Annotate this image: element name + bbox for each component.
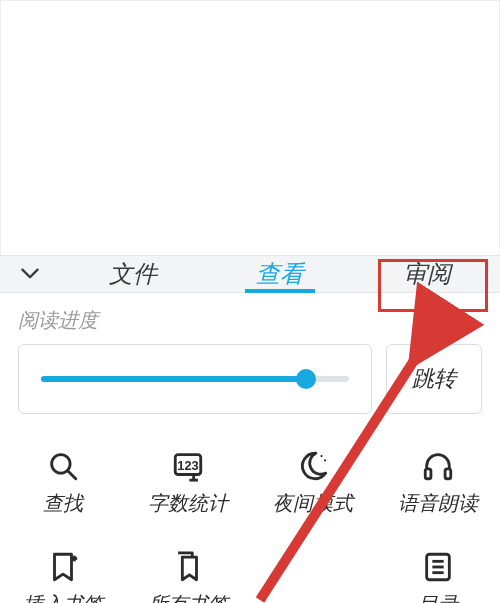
search-icon — [45, 448, 81, 484]
tab-view[interactable]: 查看 — [207, 256, 354, 292]
tab-bar: 文件 查看 审阅 — [0, 255, 500, 293]
tool-all-bookmarks[interactable]: 所有书签 — [125, 533, 250, 603]
tools-grid: 查找 123 字数统计 夜间模式 语音朗读 插入书签 — [0, 414, 500, 603]
tool-all-bookmarks-label: 所有书签 — [148, 591, 228, 603]
tab-file[interactable]: 文件 — [60, 256, 207, 292]
tool-toc[interactable]: 目录 — [375, 533, 500, 603]
jump-button[interactable]: 跳转 — [386, 344, 482, 414]
tool-toc-label: 目录 — [418, 591, 458, 603]
tool-insert-bookmark-label: 插入书签 — [23, 591, 103, 603]
progress-slider[interactable] — [41, 376, 349, 382]
wordcount-icon: 123 — [170, 448, 206, 484]
svg-text:123: 123 — [177, 458, 198, 473]
bookmark-add-icon — [45, 549, 81, 585]
tool-wordcount[interactable]: 123 字数统计 — [125, 432, 250, 533]
app-screen: 文件 查看 审阅 阅读进度 跳转 查找 123 字数统计 — [0, 0, 500, 603]
tool-search[interactable]: 查找 — [0, 432, 125, 533]
tool-nightmode-label: 夜间模式 — [273, 490, 353, 517]
svg-point-6 — [320, 455, 322, 457]
headphones-icon — [420, 448, 456, 484]
tool-search-label: 查找 — [43, 490, 83, 517]
toc-icon — [420, 549, 456, 585]
moon-icon — [295, 448, 331, 484]
reading-progress-section: 阅读进度 跳转 — [0, 293, 500, 414]
tool-tts[interactable]: 语音朗读 — [375, 432, 500, 533]
progress-row: 跳转 — [18, 344, 482, 414]
tool-nightmode[interactable]: 夜间模式 — [250, 432, 375, 533]
bookmarks-icon — [170, 549, 206, 585]
svg-line-1 — [67, 471, 75, 479]
progress-slider-box — [18, 344, 372, 414]
svg-rect-8 — [425, 469, 431, 479]
svg-rect-9 — [445, 469, 451, 479]
svg-point-7 — [323, 459, 325, 461]
progress-slider-fill — [41, 376, 306, 382]
reading-progress-label: 阅读进度 — [18, 307, 482, 334]
tool-tts-label: 语音朗读 — [398, 490, 478, 517]
document-area — [0, 0, 500, 255]
tab-view-label: 查看 — [256, 258, 304, 290]
jump-button-label: 跳转 — [412, 364, 456, 394]
chevron-down-icon — [12, 256, 48, 292]
tool-wordcount-label: 字数统计 — [148, 490, 228, 517]
tab-review[interactable]: 审阅 — [353, 256, 500, 292]
tab-file-label: 文件 — [109, 258, 157, 290]
collapse-button[interactable] — [0, 256, 60, 292]
tab-review-label: 审阅 — [403, 258, 451, 290]
tool-insert-bookmark[interactable]: 插入书签 — [0, 533, 125, 603]
progress-slider-thumb[interactable] — [296, 369, 316, 389]
